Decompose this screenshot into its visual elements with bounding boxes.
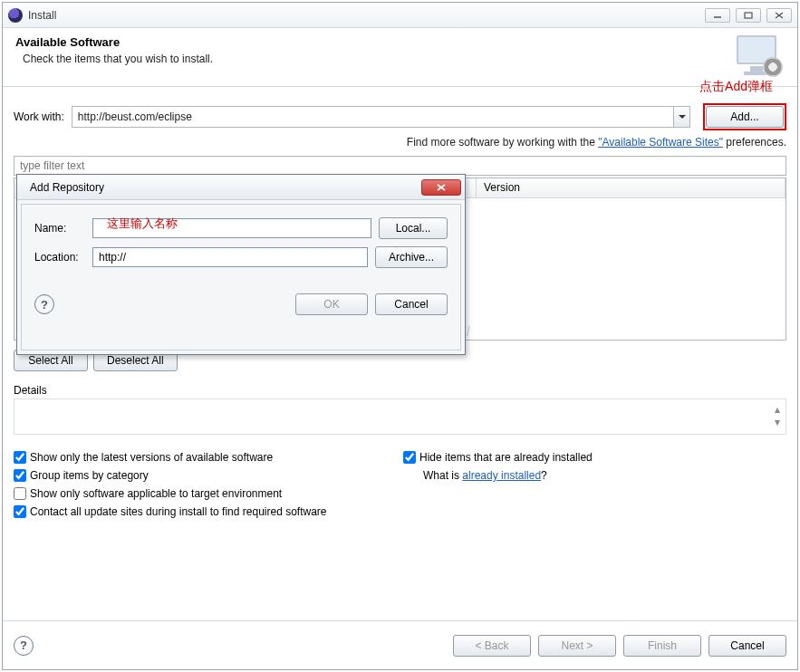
dialog-footer: ? OK Cancel bbox=[34, 293, 448, 315]
finish-button[interactable]: Finish bbox=[623, 635, 701, 657]
wizard-banner-icon bbox=[734, 35, 779, 75]
dialog-titlebar: Add Repository bbox=[17, 175, 465, 200]
dialog-name-row: Name: Local... bbox=[34, 217, 448, 239]
wizard-footer: ? < Back Next > Finish Cancel bbox=[3, 620, 797, 669]
wizard-header: Available Software Check the items that … bbox=[3, 28, 797, 87]
dialog-body: Name: Local... Location: Archive... ? OK… bbox=[21, 204, 461, 350]
opt-env-checkbox[interactable] bbox=[14, 487, 26, 500]
find-more-text: Find more software by working with the "… bbox=[14, 136, 786, 149]
minimize-button[interactable] bbox=[705, 8, 730, 23]
page-title: Available Software bbox=[15, 35, 734, 49]
maximize-button[interactable] bbox=[736, 8, 761, 23]
whatis-text: What is already installed? bbox=[403, 469, 786, 482]
dialog-close-button[interactable] bbox=[421, 179, 461, 196]
add-button[interactable]: Add... bbox=[706, 106, 784, 128]
svg-rect-1 bbox=[745, 13, 752, 18]
opt-contact-checkbox[interactable] bbox=[14, 505, 26, 518]
add-repository-dialog: Add Repository Name: Local... Location: … bbox=[16, 174, 466, 355]
cancel-button[interactable]: Cancel bbox=[708, 635, 786, 657]
opt-latest[interactable]: Show only the latest versions of availab… bbox=[14, 451, 403, 464]
details-section: Details ▴ ▾ bbox=[14, 384, 786, 435]
next-button[interactable]: Next > bbox=[538, 635, 616, 657]
spin-down-icon[interactable]: ▾ bbox=[771, 418, 784, 427]
location-input[interactable] bbox=[92, 247, 368, 267]
name-input[interactable] bbox=[92, 218, 371, 238]
filter-input[interactable] bbox=[14, 156, 786, 176]
archive-button[interactable]: Archive... bbox=[375, 246, 448, 268]
close-button[interactable] bbox=[766, 8, 792, 23]
chevron-down-icon[interactable] bbox=[673, 107, 689, 127]
window-controls bbox=[705, 8, 792, 23]
main-titlebar: Install bbox=[3, 3, 797, 28]
spin-up-icon[interactable]: ▴ bbox=[771, 405, 784, 414]
opt-env[interactable]: Show only software applicable to target … bbox=[14, 487, 403, 500]
col-version[interactable]: Version bbox=[477, 178, 786, 197]
opt-group[interactable]: Group items by category bbox=[14, 469, 403, 482]
available-sites-link[interactable]: "Available Software Sites" bbox=[598, 136, 723, 149]
dialog-location-row: Location: Archive... bbox=[34, 246, 448, 268]
details-textarea[interactable]: ▴ ▾ bbox=[14, 398, 786, 435]
location-label: Location: bbox=[34, 251, 85, 264]
dialog-cancel-button[interactable]: Cancel bbox=[375, 293, 448, 315]
opt-group-checkbox[interactable] bbox=[14, 469, 26, 482]
work-with-row: Work with: Add... bbox=[14, 103, 786, 130]
opt-hide-checkbox[interactable] bbox=[403, 451, 416, 464]
work-with-combo[interactable] bbox=[72, 106, 690, 128]
already-installed-link[interactable]: already installed bbox=[462, 469, 541, 482]
work-with-label: Work with: bbox=[14, 110, 64, 123]
options-grid: Show only the latest versions of availab… bbox=[14, 451, 786, 518]
opt-contact[interactable]: Contact all update sites during install … bbox=[14, 505, 786, 518]
dialog-help-icon[interactable]: ? bbox=[34, 294, 54, 314]
opt-hide[interactable]: Hide items that are already installed bbox=[403, 451, 786, 464]
details-label: Details bbox=[14, 384, 47, 397]
page-subtitle: Check the items that you wish to install… bbox=[23, 53, 734, 65]
add-button-highlight: Add... bbox=[703, 103, 786, 130]
local-button[interactable]: Local... bbox=[379, 217, 448, 239]
name-label: Name: bbox=[34, 222, 85, 235]
dialog-title: Add Repository bbox=[30, 181, 104, 194]
opt-latest-checkbox[interactable] bbox=[14, 451, 26, 464]
window-title: Install bbox=[28, 9, 56, 22]
ok-button[interactable]: OK bbox=[295, 293, 368, 315]
help-icon[interactable]: ? bbox=[14, 636, 34, 656]
work-with-input[interactable] bbox=[72, 107, 673, 127]
eclipse-icon bbox=[8, 8, 23, 23]
back-button[interactable]: < Back bbox=[453, 635, 531, 657]
